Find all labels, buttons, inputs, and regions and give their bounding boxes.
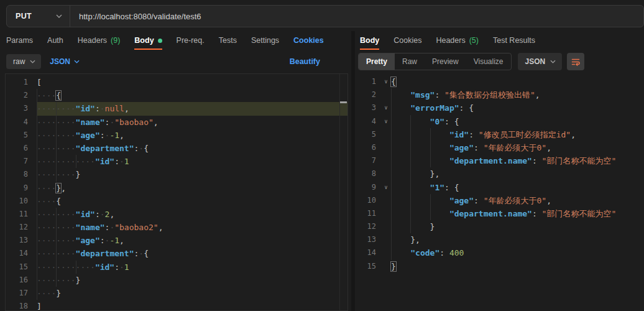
code-line: 1∨{ <box>356 75 644 88</box>
code-line: 5 "id": "修改员工时必须指定id", <box>356 128 644 141</box>
response-tabs: Body Cookies Headers (5) Test Results <box>355 31 644 50</box>
view-preview[interactable]: Preview <box>425 53 466 70</box>
fold-icon[interactable]: ∨ <box>381 101 391 114</box>
response-body-viewer[interactable]: 1∨{2 "msg": "集合数据分组校验出错",3∨ "errorMap": … <box>356 73 644 311</box>
line-number: 5 <box>6 129 37 142</box>
line-number: 4 <box>356 115 381 128</box>
code-line: 7············"id":·1 <box>6 155 347 168</box>
fold-gutter <box>381 141 391 154</box>
fold-icon[interactable]: ∨ <box>381 75 391 88</box>
line-number: 3 <box>6 102 37 115</box>
request-tabs: Params Auth Headers (9) Body Pre-req. Te… <box>0 31 351 50</box>
fold-gutter <box>381 233 391 246</box>
fold-gutter <box>381 220 391 233</box>
tab-tests[interactable]: Tests <box>219 31 237 50</box>
code-line: 12········"name":·"baobao2", <box>6 221 347 234</box>
code-line: 4∨ "0": { <box>356 115 644 128</box>
body-toolbar: raw JSON Beautify <box>0 50 351 73</box>
tab-auth[interactable]: Auth <box>47 31 63 50</box>
line-number: 2 <box>6 89 37 102</box>
wrap-text-button[interactable] <box>567 53 584 70</box>
tab-params[interactable]: Params <box>6 31 33 50</box>
line-number: 13 <box>356 233 381 246</box>
line-number: 3 <box>356 101 381 114</box>
fold-gutter <box>381 154 391 167</box>
tab-test-results[interactable]: Test Results <box>493 31 535 50</box>
code-line: 3∨ "errorMap": { <box>356 101 644 114</box>
view-visualize[interactable]: Visualize <box>466 53 511 70</box>
code-line: 9∨ "1": { <box>356 181 644 194</box>
line-number: 12 <box>356 220 381 233</box>
line-number: 5 <box>356 128 381 141</box>
line-number: 7 <box>356 154 381 167</box>
code-line: 15············"id":·1 <box>6 261 347 274</box>
line-number: 15 <box>6 261 37 274</box>
line-number: 13 <box>6 234 37 247</box>
line-number: 16 <box>6 274 37 287</box>
line-number: 6 <box>6 142 37 155</box>
tab-headers[interactable]: Headers (9) <box>78 31 121 50</box>
code-line: 16········} <box>6 274 347 287</box>
scrollbar-marker <box>340 101 347 103</box>
response-headers-count-badge: (5) <box>469 36 479 45</box>
body-type-selector[interactable]: raw <box>6 54 41 69</box>
line-number: 1 <box>356 75 381 88</box>
fold-gutter <box>381 128 391 141</box>
line-number: 10 <box>6 195 37 208</box>
fold-icon[interactable]: ∨ <box>381 181 391 194</box>
code-line: 11········"id":·2, <box>6 208 347 221</box>
line-number: 17 <box>6 287 37 300</box>
code-line: 12 } <box>356 220 644 233</box>
tab-response-cookies[interactable]: Cookies <box>393 31 421 50</box>
editor-scrollbar[interactable] <box>339 74 347 310</box>
tab-response-headers[interactable]: Headers (5) <box>436 31 479 50</box>
request-pane: Params Auth Headers (9) Body Pre-req. Te… <box>0 31 351 311</box>
request-body-editor[interactable]: 1[2····{3········"id":·null,4········"na… <box>5 73 348 311</box>
code-line: 10····{ <box>6 195 347 208</box>
view-raw[interactable]: Raw <box>395 53 425 70</box>
line-number: 18 <box>6 300 37 311</box>
response-toolbar: Pretty Raw Preview Visualize JSON <box>355 50 644 73</box>
line-number: 2 <box>356 88 381 101</box>
code-line: 9····}, <box>6 182 347 195</box>
fold-gutter <box>381 207 391 220</box>
code-line: 3········"id":·null, <box>6 102 347 115</box>
line-number: 8 <box>356 167 381 180</box>
line-number: 10 <box>356 194 381 207</box>
method-selector[interactable]: PUT <box>7 6 70 27</box>
tab-settings[interactable]: Settings <box>251 31 279 50</box>
line-number: 6 <box>356 141 381 154</box>
code-line: 15} <box>356 260 644 273</box>
fold-gutter <box>381 246 391 259</box>
language-selector[interactable]: JSON <box>50 57 80 66</box>
line-number: 1 <box>6 76 37 89</box>
code-line: 6········"department":·{ <box>6 142 347 155</box>
chevron-down-icon <box>550 60 556 63</box>
chevron-down-icon <box>74 60 80 63</box>
code-line: 10 "age": "年龄必须大于0", <box>356 194 644 207</box>
code-line: 2 "msg": "集合数据分组校验出错", <box>356 88 644 101</box>
tab-body[interactable]: Body <box>134 31 162 50</box>
response-pane: Body Cookies Headers (5) Test Results Pr… <box>355 31 644 311</box>
beautify-link[interactable]: Beautify <box>290 57 320 66</box>
headers-count-badge: (9) <box>111 36 120 45</box>
url-field[interactable]: http://localhost:8080/validate/test6 <box>70 6 643 27</box>
code-line: 1[ <box>6 76 347 89</box>
view-pretty[interactable]: Pretty <box>359 53 395 70</box>
method-label: PUT <box>16 12 32 21</box>
tab-pre-request[interactable]: Pre-req. <box>177 31 205 50</box>
response-language-selector[interactable]: JSON <box>518 53 563 70</box>
line-number: 4 <box>6 116 37 129</box>
line-number: 14 <box>356 246 381 259</box>
line-number: 9 <box>356 181 381 194</box>
code-line: 13········"age":·-1, <box>6 234 347 247</box>
code-line: 8········} <box>6 168 347 181</box>
wrap-text-icon <box>571 57 581 67</box>
cookies-link[interactable]: Cookies <box>293 36 324 45</box>
chevron-down-icon <box>30 60 35 63</box>
code-line: 17····} <box>6 287 347 300</box>
code-line: 14········"department":·{ <box>6 247 347 260</box>
code-line: 5········"age":·-1, <box>6 129 347 142</box>
tab-response-body[interactable]: Body <box>360 31 379 50</box>
fold-icon[interactable]: ∨ <box>381 115 391 128</box>
